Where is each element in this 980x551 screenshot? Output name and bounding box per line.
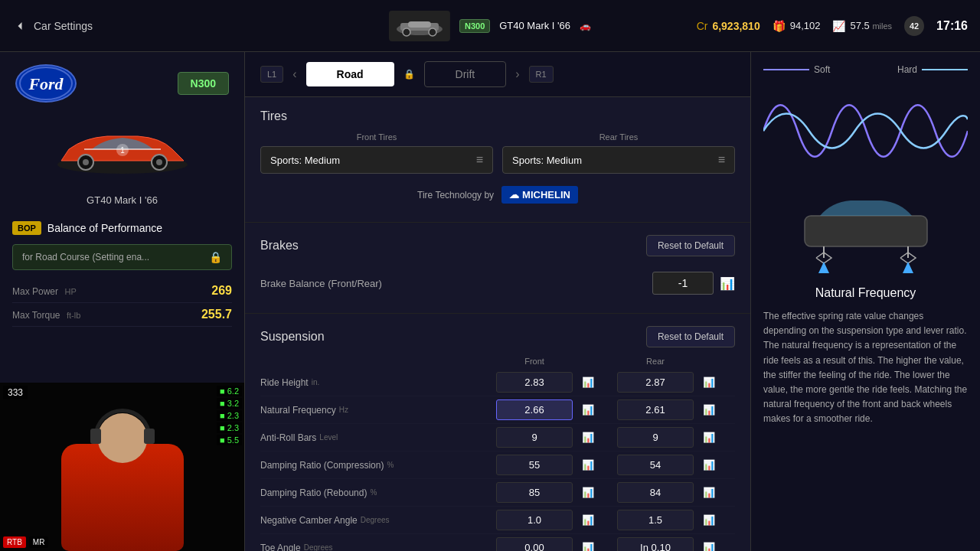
tab-right-arrow[interactable]: R1 <box>529 66 554 83</box>
susp-unit-2: Level <box>319 433 338 442</box>
susp-rear-chart-4[interactable]: 📊 <box>703 487 735 498</box>
front-tire-selector[interactable]: Sports: Medium ≡ <box>260 146 493 174</box>
susp-rear-value-4[interactable]: 84 <box>617 482 694 503</box>
susp-label-cell-2: Anti-Roll Bars Level <box>260 432 493 443</box>
brake-balance-row: Brake Balance (Front/Rear) -1 📊 <box>260 266 735 301</box>
susp-rear-chart-6[interactable]: 📊 <box>703 542 735 551</box>
overlay-stat-3: ■ 2.3 <box>217 410 242 421</box>
suspension-row-3: Damping Ratio (Compression) % 55 📊 54 📊 <box>260 452 735 479</box>
susp-rear-value-2[interactable]: 9 <box>617 427 694 448</box>
susp-rear-value-3[interactable]: 54 <box>617 455 694 475</box>
susp-front-value-5[interactable]: 1.0 <box>496 510 573 530</box>
susp-front-value-4[interactable]: 85 <box>496 482 573 503</box>
credits-display: Cr 6,923,810 <box>697 20 760 32</box>
susp-front-value-3[interactable]: 55 <box>496 455 573 475</box>
car-image-area: 1 <box>0 115 244 191</box>
michelin-man-icon: ☁ <box>509 189 519 201</box>
susp-front-chart-0[interactable]: 📊 <box>582 377 614 388</box>
svg-point-11 <box>83 159 89 165</box>
n300-badge-sidebar: N300 <box>178 72 229 95</box>
susp-front-chart-1[interactable]: 📊 <box>582 404 614 416</box>
susp-front-value-1[interactable]: 2.66 <box>496 399 573 420</box>
susp-front-value-2[interactable]: 9 <box>496 427 573 448</box>
tab-next-arrow[interactable]: › <box>512 64 522 84</box>
susp-label-cell-0: Ride Height in. <box>260 377 493 388</box>
rtb-badge: RTB <box>3 536 26 548</box>
back-button[interactable]: Car Settings <box>12 18 93 34</box>
top-stat-credits: 🚗 <box>580 21 591 31</box>
front-tire-menu-icon[interactable]: ≡ <box>476 153 483 167</box>
susp-rear-value-6[interactable]: In 0.10 <box>617 537 694 551</box>
tab-prev-arrow[interactable]: ‹ <box>289 64 299 84</box>
tires-row: Front Tires Sports: Medium ≡ Rear Tires … <box>260 132 735 174</box>
brakes-header: Brakes Reset to Default <box>260 235 735 256</box>
gift-icon: 🎁 <box>773 20 786 32</box>
susp-front-value-0[interactable]: 2.83 <box>496 372 573 393</box>
susp-rear-value-1[interactable]: 2.61 <box>617 399 694 420</box>
road-course-text: for Road Course (Setting ena... <box>22 252 203 262</box>
car-badge-top: N300 <box>459 19 490 33</box>
overlay-stat-4: ■ 2.3 <box>217 422 242 433</box>
svg-rect-14 <box>805 216 927 246</box>
sidebar: Ford N300 1 GT40 Mark I '66 BOP Balance <box>0 52 245 551</box>
susp-label-cell-4: Damping Ratio (Rebound) % <box>260 487 493 498</box>
car-illustration: 1 <box>46 122 199 184</box>
susp-front-chart-2[interactable]: 📊 <box>582 432 614 443</box>
soft-line <box>763 69 809 70</box>
max-torque-row: Max Torque ft-lb 255.7 <box>12 303 232 327</box>
road-tab[interactable]: Road <box>306 62 394 86</box>
susp-rear-chart-0[interactable]: 📊 <box>703 377 735 388</box>
brake-balance-value[interactable]: -1 <box>652 272 714 295</box>
webcam-area: ■ 6.2 ■ 3.2 ■ 2.3 ■ 2.3 ■ 5.5 RTB MR 333 <box>0 383 245 551</box>
susp-rear-chart-3[interactable]: 📊 <box>703 459 735 471</box>
susp-unit-5: Degrees <box>361 516 390 524</box>
suspension-header: Suspension Reset to Default <box>260 326 735 347</box>
susp-label-cell-6: Toe Angle Degrees <box>260 543 493 552</box>
brand-row: Ford N300 <box>0 52 244 115</box>
susp-front-chart-6[interactable]: 📊 <box>582 542 614 551</box>
brakes-reset-button[interactable]: Reset to Default <box>646 235 735 256</box>
susp-rear-chart-1[interactable]: 📊 <box>703 404 735 416</box>
susp-rear-chart-5[interactable]: 📊 <box>703 514 735 526</box>
max-power-label-group: Max Power HP <box>12 284 77 298</box>
suspension-rows: Ride Height in. 2.83 📊 2.87 📊 Natural Fr… <box>260 369 735 551</box>
page-title: Car Settings <box>34 20 93 32</box>
tires-label: Tires <box>260 109 735 123</box>
susp-unit-6: Degrees <box>304 543 333 551</box>
brakes-title: Brakes <box>260 239 299 253</box>
car-thumbnail-top <box>389 11 450 41</box>
suspension-reset-button[interactable]: Reset to Default <box>646 326 735 347</box>
points-value: 94,102 <box>790 20 821 31</box>
overlay-stats: ■ 6.2 ■ 3.2 ■ 2.3 ■ 2.3 ■ 5.5 <box>217 386 242 445</box>
max-power-unit: HP <box>64 287 76 296</box>
miles-value: 57.5 miles <box>850 20 892 31</box>
lock-between-tabs: 🔒 <box>403 69 415 80</box>
tab-left-arrow[interactable]: L1 <box>260 66 283 83</box>
tab-bar: L1 ‹ Road 🔒 Drift › R1 <box>245 52 750 97</box>
susp-front-chart-4[interactable]: 📊 <box>582 487 614 498</box>
suspension-section: Suspension Reset to Default Front Rear R… <box>245 314 750 551</box>
drift-tab[interactable]: Drift <box>424 61 507 87</box>
susp-label-3: Damping Ratio (Compression) <box>260 460 384 471</box>
susp-front-chart-3[interactable]: 📊 <box>582 459 614 471</box>
susp-rear-chart-2[interactable]: 📊 <box>703 432 735 443</box>
ford-logo: Ford <box>15 64 77 103</box>
rear-tire-label: Rear Tires <box>502 132 735 142</box>
susp-front-value-6[interactable]: 0.00 <box>496 537 573 551</box>
susp-rear-value-0[interactable]: 2.87 <box>617 372 694 393</box>
susp-front-chart-5[interactable]: 📊 <box>582 514 614 526</box>
overlay-stat-1: ■ 6.2 <box>217 386 242 396</box>
max-torque-unit: ft-lb <box>67 311 80 320</box>
brake-chart-icon[interactable]: 📊 <box>720 276 735 291</box>
chart-icon-top: 📈 <box>832 20 845 32</box>
suspension-col-headers: Front Rear <box>260 354 735 369</box>
car-name-sidebar: GT40 Mark I '66 <box>0 191 244 215</box>
bop-label: Balance of Performance <box>47 222 162 234</box>
rear-tire-selector[interactable]: Sports: Medium ≡ <box>502 146 735 174</box>
rear-tire-menu-icon[interactable]: ≡ <box>718 153 725 167</box>
susp-rear-value-5[interactable]: 1.5 <box>617 510 694 530</box>
svg-point-13 <box>156 159 162 165</box>
miles-display: 📈 57.5 miles <box>832 20 892 32</box>
natural-frequency-title: Natural Frequency <box>763 286 968 300</box>
susp-unit-4: % <box>370 488 377 497</box>
